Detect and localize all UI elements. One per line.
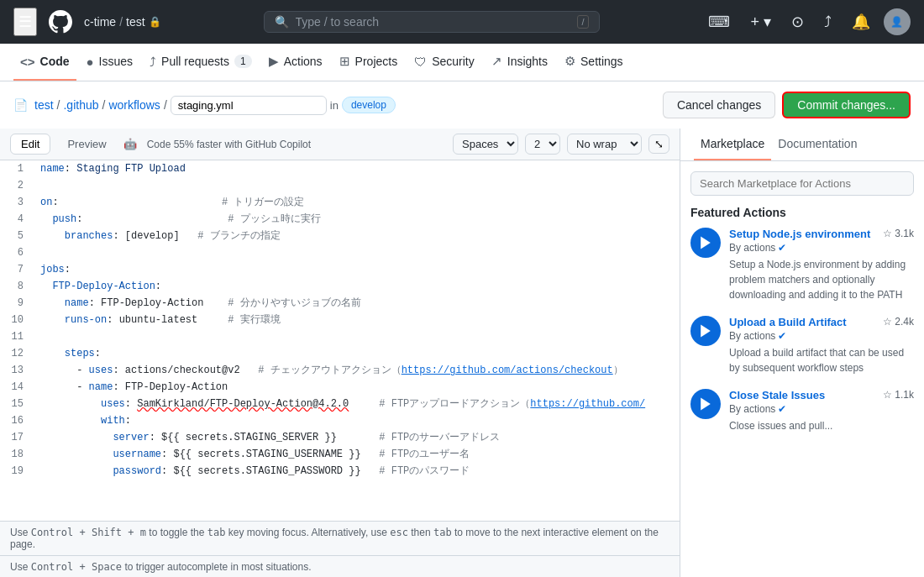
filename-input[interactable]	[171, 96, 327, 115]
edit-tab[interactable]: Edit	[10, 134, 50, 155]
code-line-3: 3 on: # トリガーの設定	[0, 194, 680, 211]
code-line-6: 6	[0, 244, 680, 261]
tab-security-label: Security	[432, 55, 475, 68]
tab-code-label: Code	[40, 55, 70, 68]
hamburger-menu-button[interactable]: ☰	[13, 8, 37, 36]
play-icon-stale	[697, 396, 714, 412]
issues-icon: ●	[87, 55, 94, 69]
panel-content: Featured Actions Setup Node.js environme…	[680, 161, 924, 577]
code-line-4: 4 push: # プッシュ時に実行	[0, 211, 680, 228]
projects-icon: ⊞	[339, 54, 350, 69]
play-icon-artifact	[697, 323, 714, 339]
settings-icon: ⚙	[564, 54, 575, 69]
action-item-artifact: Upload a Build Artifact ☆ 2.4k By action…	[690, 316, 914, 375]
action-name-artifact[interactable]: Upload a Build Artifact	[729, 316, 847, 328]
repo-tab-bar: <> Code ● Issues ⤴ Pull requests 1 ▶ Act…	[0, 44, 924, 81]
branch-badge: develop	[342, 97, 396, 113]
tab-insights[interactable]: ↗ Insights	[485, 44, 554, 81]
insights-icon: ↗	[491, 54, 502, 69]
tab-projects-label: Projects	[355, 55, 398, 68]
pr-icon: ⤴	[150, 55, 156, 69]
github-dir-link[interactable]: .github	[63, 98, 98, 112]
commit-changes-button[interactable]: Commit changes...	[782, 92, 911, 118]
workflows-dir-link[interactable]: workflows	[108, 98, 160, 112]
code-line-18: 18 username: ${{ secrets.STAGING_USERNAM…	[0, 446, 680, 463]
action-header-nodejs: Setup Node.js environment ☆ 3.1k	[729, 228, 914, 240]
terminal-button[interactable]: ⌨	[701, 9, 737, 34]
tab-security[interactable]: 🛡 Security	[407, 45, 481, 81]
tab-insights-label: Insights	[507, 55, 548, 68]
preview-tab[interactable]: Preview	[57, 134, 116, 154]
action-header-artifact: Upload a Build Artifact ☆ 2.4k	[729, 316, 914, 328]
marketplace-panel: Marketplace Documentation Featured Actio…	[680, 129, 924, 577]
repo-link[interactable]: test	[126, 15, 145, 29]
fullscreen-button[interactable]: ⤡	[648, 134, 669, 154]
status-bar-1: Use Control + Shift + m to toggle the ta…	[0, 521, 680, 555]
tab-code[interactable]: <> Code	[13, 45, 76, 81]
action-item-stale: Close Stale Issues ☆ 1.1k By actions ✔ C…	[690, 389, 914, 433]
code-editor-panel: Edit Preview 🤖 Code 55% faster with GitH…	[0, 129, 680, 577]
code-line-8: 8 FTP-Deploy-Action:	[0, 278, 680, 295]
code-line-14: 14 - name: FTP-Deploy-Action	[0, 379, 680, 396]
svg-marker-1	[701, 325, 711, 338]
wrap-select[interactable]: No wrap Soft wrap	[567, 134, 642, 155]
editor-container: Edit Preview 🤖 Code 55% faster with GitH…	[0, 129, 924, 577]
spaces-select[interactable]: Spaces Tabs	[453, 134, 518, 155]
action-icon-stale	[690, 389, 721, 419]
search-container: 🔍 /	[264, 11, 600, 33]
code-line-5: 5 branches: [develop] # ブランチの指定	[0, 228, 680, 244]
code-line-12: 12 steps:	[0, 345, 680, 362]
file-header: 📄 test / .github / workflows / in develo…	[0, 81, 924, 129]
breadcrumb-sep1: /	[57, 98, 60, 112]
breadcrumb-sep: /	[119, 15, 123, 29]
tab-issues[interactable]: ● Issues	[80, 45, 140, 81]
svg-marker-0	[701, 237, 711, 249]
in-label: in	[330, 99, 339, 112]
action-name-nodejs[interactable]: Setup Node.js environment	[729, 228, 870, 240]
action-stars-nodejs: ☆ 3.1k	[883, 228, 914, 239]
tab-settings-label: Settings	[580, 55, 623, 68]
verified-icon-artifact: ✔	[778, 330, 786, 342]
breadcrumb-sep3: /	[164, 98, 167, 112]
tab-pull-requests[interactable]: ⤴ Pull requests 1	[143, 45, 259, 81]
search-input[interactable]	[296, 15, 571, 29]
code-line-2: 2	[0, 177, 680, 194]
avatar[interactable]: 👤	[884, 8, 911, 35]
code-editor-area[interactable]: 1 name: Staging FTP Upload 2 3 on: # トリガ…	[0, 160, 680, 521]
pr-button[interactable]: ⤴	[817, 10, 838, 34]
tab-pr-label: Pull requests	[161, 55, 229, 68]
action-info-stale: Close Stale Issues ☆ 1.1k By actions ✔ C…	[729, 389, 914, 433]
repo-breadcrumb: c-time / test 🔒	[84, 15, 161, 29]
editor-toolbar: Edit Preview 🤖 Code 55% faster with GitH…	[0, 129, 680, 160]
action-desc-nodejs: Setup a Node.js environment by adding pr…	[729, 257, 914, 302]
tab-actions[interactable]: ▶ Actions	[262, 44, 329, 81]
documentation-tab[interactable]: Documentation	[771, 129, 864, 160]
marketplace-search-input[interactable]	[690, 171, 914, 196]
issue-button[interactable]: ⊙	[785, 9, 811, 34]
code-line-9: 9 name: FTP-Deploy-Action # 分かりやすいジョブの名前	[0, 295, 680, 312]
status-bar-2: Use Control + Space to trigger autocompl…	[0, 555, 680, 577]
github-logo	[47, 8, 74, 35]
tab-issues-label: Issues	[99, 55, 133, 68]
action-info-nodejs: Setup Node.js environment ☆ 3.1k By acti…	[729, 228, 914, 302]
org-link[interactable]: c-time	[84, 15, 116, 29]
inbox-button[interactable]: 🔔	[845, 9, 877, 34]
file-breadcrumb: test / .github / workflows / in develop	[34, 96, 656, 115]
file-icon: 📄	[13, 98, 28, 112]
code-line-13: 13 - uses: actions/checkout@v2 # チェックアウト…	[0, 362, 680, 379]
action-info-artifact: Upload a Build Artifact ☆ 2.4k By action…	[729, 316, 914, 375]
repo-file-link[interactable]: test	[34, 98, 54, 112]
action-stars-artifact: ☆ 2.4k	[883, 316, 914, 328]
cancel-changes-button[interactable]: Cancel changes	[663, 92, 775, 118]
tab-projects[interactable]: ⊞ Projects	[333, 44, 405, 81]
plus-button[interactable]: + ▾	[743, 9, 778, 34]
action-icon-artifact	[690, 316, 721, 346]
featured-title: Featured Actions	[690, 206, 914, 219]
marketplace-tab[interactable]: Marketplace	[694, 129, 771, 160]
action-name-stale[interactable]: Close Stale Issues	[729, 389, 825, 401]
tab-settings[interactable]: ⚙ Settings	[558, 44, 630, 81]
verified-icon-stale: ✔	[778, 403, 786, 415]
indent-select[interactable]: 2 4	[525, 134, 560, 155]
actions-icon: ▶	[269, 54, 279, 69]
tab-actions-label: Actions	[284, 55, 323, 68]
